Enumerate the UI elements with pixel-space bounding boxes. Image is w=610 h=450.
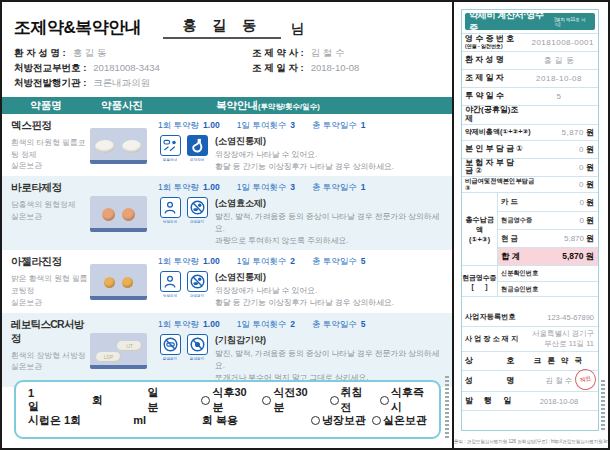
no-overdose-icon (187, 271, 208, 292)
warning-line: 위장장애가 나타날 수 있어요. (215, 285, 394, 297)
payment-row-total: 합 계 5,870원 (498, 247, 598, 265)
patient-info-grid: 환 자 성 명 : 홍 길 동 조 제 약 사 : 김 철 수 처방전교부번호 … (2, 44, 452, 97)
doc-title: 조제약&복약안내 (14, 16, 141, 39)
person-icon (160, 271, 181, 292)
dose-line: 1회 투약량1.00 1일 투여횟수2 총 투약일수5 (158, 256, 448, 268)
medication-row: 레보틱스CR서방정 흰색의 장방형 서방정 실온보관 LDP UT 1회 투약량… (2, 313, 452, 387)
business-name-row: 상 호 크 론 약 국 (462, 351, 598, 370)
radio-icon (311, 416, 320, 425)
drug-photo: LDP UT (90, 333, 147, 369)
medication-guide-sheet: 조제약&복약안내 홍 길 동 님 환 자 성 명 : 홍 길 동 조 제 약 사… (2, 2, 454, 448)
drug-name: 레보틱스CR서방정 (11, 318, 90, 346)
medication-row: 덱스핀정 흰색의 타원형 필름코팅 정제 실온보관 1회 투약량1.00 1일 … (2, 114, 452, 176)
cash-receipt-block: 현금영수증 [ ] 신분확인번호 현금승인번호 (462, 265, 598, 296)
receipt-row-copay: 본 인 부 담 금 ① 0원 (462, 140, 598, 158)
drug-description: 흰색의 타원형 필름코팅 정제 (11, 137, 90, 160)
drug-name: 아젤라진정 (11, 255, 90, 269)
business-issue-date-row: 발 행 일 2018-10-08 (462, 391, 598, 410)
drug-photo (90, 264, 147, 300)
option-before-meal-30[interactable]: 식전30분 (262, 385, 310, 415)
payment-row-cash: 현 금 5,870원 (498, 229, 598, 247)
drug-description: 담홍색의 원형정제 (11, 199, 90, 211)
no-split-icon (160, 334, 181, 355)
medication-row: 아젤라진정 밝은 황색의 원형 필름코팅정 실온보관 1회 투약량1.00 1일… (2, 250, 452, 312)
pharmacist-seal-stamp: 직인 (573, 367, 598, 392)
patient-name-field: 환 자 성 명 : 홍 길 동 (14, 47, 252, 60)
pharmacy-receipt: 약제비 계산서·영수증 [별지 제11호 서식] 영 수 증 번 호(연월 - … (461, 9, 599, 431)
option-bedtime[interactable]: 취침전 (330, 385, 368, 415)
patient-name-underlined: 홍 길 동 (163, 17, 281, 39)
receipt-footer-contact: 문의 : 건강보험심사평가원 126 전화상담(무료) : http://건강보… (454, 439, 608, 444)
option-right-after-meal[interactable]: 식후즉시 (380, 385, 427, 415)
drug-description: 흰색의 장방형 서방정 (11, 350, 90, 362)
pharmacy-document: 조제약&복약안내 홍 길 동 님 환 자 성 명 : 홍 길 동 조 제 약 사… (0, 0, 610, 450)
receipt-spacer (462, 296, 598, 308)
receipt-row-insurer: 보 험 자 부 담 금 ② 0원 (462, 158, 598, 177)
drug-storage: 실온보관 (11, 297, 90, 309)
option-cold-storage[interactable]: 냉장보관 (311, 413, 366, 428)
pill-mark: LDP (96, 352, 121, 362)
drug-photo (90, 128, 147, 164)
drug-name: 바로타제정 (11, 181, 90, 195)
dose-blank-label: 1일 (28, 387, 43, 414)
radio-icon (372, 416, 381, 425)
radio-icon (380, 396, 389, 405)
dosing-instruction-box: 1일 회 일분 식후30분 식전30분 취침전 식후즉시 시럽은 1회 ml 회… (14, 380, 441, 439)
business-address-row: 사 업 장 소 재 지 서울특별시 경기구부산로 11길 11 (462, 326, 598, 351)
warning-line: 황달 등 간기능 이상징후가 나타날 경우 상의하세요. (215, 297, 394, 309)
drug-storage: 실온보관 (11, 211, 90, 223)
receipt-panel: 약제비 계산서·영수증 [별지 제11호 서식] 영 수 증 번 호(연월 - … (454, 2, 608, 448)
radio-icon (201, 396, 210, 405)
drug-category: (소염효소제) (215, 197, 448, 210)
pharmacist-field: 조 제 약 사 : 김 철 수 (252, 47, 442, 60)
receipt-title: 약제비 계산서·영수증 [별지 제11호 서식] (465, 13, 595, 30)
option-after-meal-30[interactable]: 식후30분 (201, 385, 249, 415)
medication-table-header: 약품명 약품사진 복약안내(투약량/횟수/일수) (2, 97, 452, 114)
receipt-row-total-drug-cost: 약제비총액(①+②+③) 5,870원 (462, 124, 598, 140)
rx-number-field: 처방전교부번호 : 20181008-3434 (14, 62, 252, 75)
dispense-date-field: 조 제 일 자 : 2018-10-08 (252, 62, 442, 75)
honorific-label: 님 (291, 20, 304, 39)
cash-approval-row: 현금승인번호 (498, 281, 598, 296)
drug-photo (90, 196, 147, 232)
business-info: 사업자등록번호 123-45-67890 사 업 장 소 재 지 서울특별시 경… (462, 308, 598, 411)
receipt-row-number: 영 수 증 번 호(연월 - 일련번호) 20181008-0001 (462, 33, 598, 51)
radio-icon (262, 396, 271, 405)
doc-header: 조제약&복약안내 홍 길 동 님 (2, 8, 452, 44)
dose-line: 1회 투약량1.00 1일 투여횟수2 총 투약일수5 (158, 319, 448, 331)
receipt-row-noncovered: 비급여및전액본인부담금③ 0원 (462, 176, 598, 192)
header-drug-name: 약품명 (2, 99, 90, 113)
stomach-icon (187, 135, 208, 156)
drug-storage: 실온보관 (11, 361, 90, 373)
warning-line: 발진, 발적, 가려움증 등의 증상이 나타날 경우 전문가와 상의하세요. (215, 348, 448, 372)
drug-category: (기침감기약) (215, 334, 448, 347)
issuer-field: 처방전발행기관 : 크론내과의원 (14, 77, 252, 90)
receipt-form-tag: [별지 제11호 서식] (555, 17, 591, 27)
receipt-row-days: 투 약 일 수 5 (462, 87, 598, 105)
option-room-storage[interactable]: 실온보관 (372, 413, 427, 428)
drug-name: 덱스핀정 (11, 119, 90, 133)
dose-line: 1회 투약량1.00 1일 투여횟수3 총 투약일수1 (158, 182, 448, 194)
business-reg-no-row: 사업자등록번호 123-45-67890 (462, 308, 598, 326)
medication-row: 바로타제정 담홍색의 원형정제 실온보관 1회 투약량1.00 1일 투여횟수3… (2, 176, 452, 250)
receipt-row-date: 조 제 일 자 2018-10-08 (462, 69, 598, 87)
dose-line: 1회 투약량1.00 1일 투여횟수3 총 투약일수1 (158, 120, 448, 132)
cash-id-row: 신분확인번호 (498, 266, 598, 281)
no-crush-icon (187, 334, 208, 355)
drug-description: 밝은 황색의 원형 필름코팅정 (11, 273, 90, 296)
person-icon (160, 197, 181, 218)
header-guide: 복약안내(투약량/횟수/일수) (154, 99, 452, 113)
payment-row-card: 카 드 0원 (498, 193, 598, 211)
payment-row-cash-receipt: 현금영수증 0원 (498, 211, 598, 229)
receipt-row-night: 야간(공휴일)조제 (462, 105, 598, 124)
warning-line: 위장장애가 나타날 수 있어요. (215, 149, 394, 161)
fine-print-vertical (445, 376, 449, 438)
fine-print-vertical (601, 380, 605, 432)
header-drug-photo: 약품사진 (90, 99, 154, 113)
business-owner-row: 성 명 김 철 수 직인 (462, 370, 598, 391)
payment-block: 총수납금액 (①+③) 카 드 0원 현금영수증 0원 현 금 5,870원 (462, 192, 598, 265)
warning-line: 발진, 발적, 가려움증 등의 증상이 나타날 경우 전문가와 상의하세요. (215, 211, 448, 235)
radio-icon (330, 396, 339, 405)
dosage-pictogram-icon (160, 135, 181, 156)
receipt-row-patient: 환 자 성 명 홍 길 동 (462, 51, 598, 69)
